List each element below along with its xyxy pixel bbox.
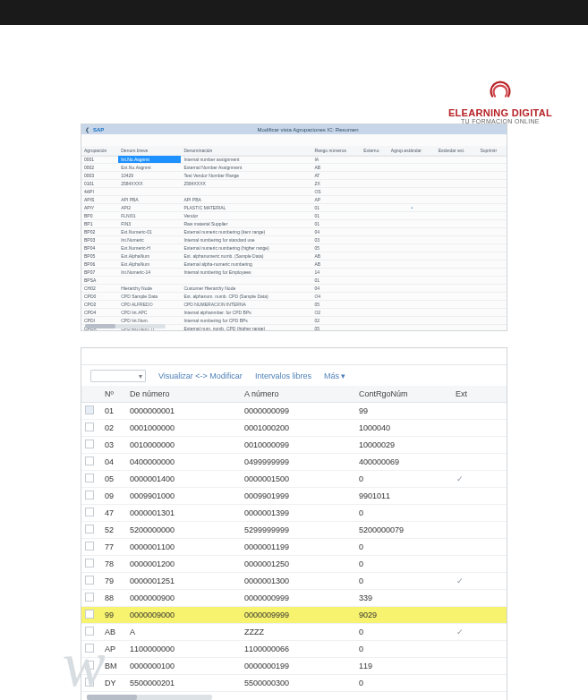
col-select[interactable]	[81, 386, 101, 403]
row-select[interactable]	[81, 403, 101, 420]
checkbox-icon[interactable]	[85, 405, 94, 414]
grouping-row[interactable]: CH02Hierarchy NodeCustomer Hierarchy Nod…	[81, 285, 507, 293]
range-row[interactable]: 05000000140000000015000✓	[81, 471, 507, 488]
grouping-row[interactable]: BP07Int.Numeric-14Internal numbering for…	[81, 269, 507, 277]
grouping-row[interactable]: 01012584XXXX2584XXXXZX	[81, 180, 507, 188]
grouping-row[interactable]: APISAPI PBAAPI PBAAP	[81, 196, 507, 204]
panel2-h-scrollbar[interactable]	[87, 695, 212, 700]
checkbox-icon[interactable]	[85, 491, 94, 499]
checkbox-icon[interactable]	[85, 423, 94, 431]
row-select[interactable]	[81, 641, 101, 658]
grouping-row[interactable]: BP04Ext.Numeric-HExternal numeric number…	[81, 244, 507, 252]
grouping-row[interactable]: 0002Ext.No.AsgnmtExternal Number Assignm…	[81, 164, 507, 172]
range-row[interactable]: AP110000000011000000660	[81, 641, 507, 658]
range-row[interactable]: BM00000001000000000199119	[81, 658, 507, 675]
row-select[interactable]	[81, 437, 101, 454]
grouping-row[interactable]: BP03Int.NumericInternal numbering for st…	[81, 236, 507, 244]
toggle-display-modify[interactable]: Visualizar <-> Modificar	[158, 371, 243, 380]
checkbox-icon[interactable]	[85, 644, 94, 653]
panel2-view-selector[interactable]	[90, 370, 146, 382]
range-row[interactable]: 010000000001000000009999	[81, 403, 507, 420]
checkbox-icon[interactable]	[85, 525, 94, 534]
grouping-row[interactable]: BP05Ext.AlphaNumExt. alphanumeric numb. …	[81, 252, 507, 260]
cell	[436, 228, 478, 236]
range-row[interactable]: 47000000130100000013990	[81, 505, 507, 522]
col-from[interactable]: De número	[126, 386, 241, 403]
checkbox-icon[interactable]	[85, 610, 94, 619]
row-select[interactable]	[81, 556, 101, 573]
grouping-row[interactable]: 0001Int.No.AsgnmtInternal number assignm…	[81, 156, 507, 164]
col-to[interactable]: A número	[241, 386, 355, 403]
col-shortname[interactable]: Denom.breve	[118, 146, 181, 156]
cell-a: 0000009999	[241, 607, 355, 624]
grouping-row[interactable]: APIYAPI2PLASTIC MATERIAL01•	[81, 204, 507, 212]
row-select[interactable]	[81, 539, 101, 556]
grouping-grid[interactable]: Agrupación Denom.breve Denominación Rang…	[81, 146, 507, 330]
range-row[interactable]: 99000000900000000099999029	[81, 607, 507, 624]
panel2-more[interactable]: Más	[324, 371, 346, 380]
row-select[interactable]	[81, 471, 101, 488]
col-name[interactable]: Denominación	[181, 146, 311, 156]
checkbox-icon[interactable]	[85, 576, 94, 585]
row-select[interactable]	[81, 454, 101, 471]
cell-cont: 0	[355, 675, 452, 692]
grouping-row[interactable]: BPSA01	[81, 277, 507, 285]
col-idx[interactable]: Nº	[101, 386, 126, 403]
checkbox-icon[interactable]	[85, 661, 94, 670]
checkbox-icon[interactable]	[85, 440, 94, 448]
col-ext[interactable]: Externo	[361, 146, 388, 156]
row-select[interactable]	[81, 675, 101, 692]
grouping-row[interactable]: BP0FLN/01Vendor01	[81, 212, 507, 220]
checkbox-icon[interactable]	[85, 542, 94, 551]
grouping-row[interactable]: BP06Ext.AlphaNumExternal alpha-numeric n…	[81, 260, 507, 269]
checkbox-icon[interactable]	[85, 508, 94, 516]
grouping-row[interactable]: BP1FIN3Raw material Supplier01	[81, 220, 507, 228]
checkbox-icon[interactable]	[85, 559, 94, 568]
row-select[interactable]	[81, 624, 101, 641]
range-row[interactable]: 030010000000001000009910000029	[81, 437, 507, 454]
row-select[interactable]	[81, 522, 101, 539]
grouping-row[interactable]: 000310429Test Vendor Number RangeAT	[81, 172, 507, 180]
checkbox-icon[interactable]	[85, 457, 94, 465]
grouping-row[interactable]: CPD0CPD Sample DataExt. alphanum. numb. …	[81, 293, 507, 301]
range-row[interactable]: ABAZZZZ0✓	[81, 624, 507, 641]
checkbox-icon[interactable]	[85, 627, 94, 636]
col-std[interactable]: Agrup.estándar	[388, 146, 436, 156]
checkbox-icon[interactable]	[85, 474, 94, 482]
row-select[interactable]	[81, 658, 101, 675]
col-current[interactable]: ContRgoNúm	[355, 386, 452, 403]
row-select[interactable]	[81, 420, 101, 437]
range-row[interactable]: 52520000000052999999995200000079	[81, 522, 507, 539]
panel2-scrollbar-thumb[interactable]	[87, 695, 137, 700]
row-select[interactable]	[81, 505, 101, 522]
range-row[interactable]: 77000000110000000011990	[81, 539, 507, 556]
scrollbar-thumb[interactable]	[85, 324, 115, 329]
number-range-grid[interactable]: Nº De número A número ContRgoNúm Ext 010…	[81, 386, 507, 695]
range-row[interactable]: 78000000120000000012500	[81, 556, 507, 573]
range-row[interactable]: 02000100000000010002001000040	[81, 420, 507, 437]
cell-de: 0000001100	[126, 539, 241, 556]
grouping-row[interactable]: CPD2CPD ALFREDOCPD NUMERACION INTERNA05	[81, 301, 507, 309]
row-select[interactable]	[81, 573, 101, 590]
col-grouping[interactable]: Agrupación	[81, 146, 118, 156]
h-scrollbar[interactable]	[85, 324, 166, 329]
col-stdext[interactable]: Estándar ext.	[436, 146, 478, 156]
row-select[interactable]	[81, 590, 101, 607]
col-ext2[interactable]: Ext	[452, 386, 507, 403]
free-intervals[interactable]: Intervalos libres	[255, 371, 311, 380]
range-row[interactable]: DY550000020155000003000	[81, 675, 507, 692]
range-row[interactable]: 0404000000000499999999400000069	[81, 454, 507, 471]
back-icon[interactable]: ❮	[85, 126, 89, 132]
range-row[interactable]: 09000990100000099019999901011	[81, 488, 507, 505]
checkbox-icon[interactable]	[85, 593, 94, 602]
checkbox-icon[interactable]	[85, 678, 94, 687]
grouping-row[interactable]: BP02Ext.Numeric-01External numeric numbe…	[81, 228, 507, 236]
range-row[interactable]: 79000000125100000013000✓	[81, 573, 507, 590]
row-select[interactable]	[81, 607, 101, 624]
col-del[interactable]: Suprimir	[478, 146, 507, 156]
row-select[interactable]	[81, 488, 101, 505]
grouping-row[interactable]: CPD4CPD Int.APCInternal alphanmber. for …	[81, 309, 507, 317]
col-range[interactable]: Rango números	[311, 146, 361, 156]
range-row[interactable]: 8800000009000000000999339	[81, 590, 507, 607]
grouping-row[interactable]: 4APIOS	[81, 188, 507, 196]
